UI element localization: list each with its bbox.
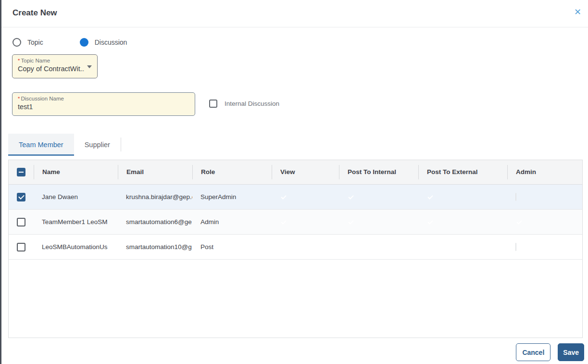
column-header-name[interactable]: Name bbox=[34, 165, 118, 179]
topic-name-select[interactable]: *Topic Name Copy of ContractWit... bbox=[12, 54, 98, 78]
cell-email: krushna.birajdar@gep.c bbox=[118, 193, 192, 201]
dialog-footer: Cancel Save bbox=[516, 343, 584, 361]
discussion-name-value: test1 bbox=[18, 103, 182, 111]
save-button[interactable]: Save bbox=[558, 343, 584, 361]
cell-role: Post bbox=[192, 243, 272, 251]
internal-discussion-label: Internal Discussion bbox=[225, 100, 279, 107]
row-checkbox-checked[interactable] bbox=[17, 193, 25, 201]
cell-email: smartautomation10@g bbox=[118, 243, 192, 251]
cell-name: LeoSMBAutomationUs bbox=[34, 243, 118, 251]
row-checkbox-unchecked[interactable] bbox=[17, 243, 25, 251]
radio-topic[interactable]: Topic bbox=[13, 38, 43, 47]
table-row[interactable]: Jane Dwaen krushna.birajdar@gep.c SuperA… bbox=[9, 185, 582, 210]
select-all-checkbox[interactable] bbox=[17, 168, 25, 176]
column-header-role[interactable]: Role bbox=[192, 165, 272, 179]
discussion-name-field[interactable]: *Discussion Name test1 bbox=[12, 92, 195, 116]
column-header-post-to-external[interactable]: Post To External bbox=[418, 165, 507, 179]
admin-checkbox-disabled-unchecked bbox=[515, 193, 516, 201]
tab-supplier[interactable]: Supplier bbox=[74, 134, 121, 155]
team-member-table: Name Email Role View Post To Internal Po… bbox=[8, 160, 583, 338]
radio-discussion-label: Discussion bbox=[95, 38, 127, 46]
radio-selected-icon bbox=[80, 38, 88, 47]
tab-bar: Team Member Supplier bbox=[8, 134, 121, 155]
chevron-down-icon bbox=[87, 65, 92, 68]
required-asterisk: * bbox=[18, 96, 20, 101]
close-icon[interactable]: ✕ bbox=[574, 7, 581, 18]
column-header-view[interactable]: View bbox=[272, 165, 339, 179]
cancel-button[interactable]: Cancel bbox=[516, 343, 550, 361]
tab-team-member[interactable]: Team Member bbox=[8, 134, 74, 155]
column-header-post-to-internal[interactable]: Post To Internal bbox=[339, 165, 418, 179]
topic-name-label: *Topic Name bbox=[18, 58, 85, 63]
discussion-name-label: *Discussion Name bbox=[18, 96, 182, 101]
cell-role: Admin bbox=[192, 218, 272, 226]
column-header-email[interactable]: Email bbox=[118, 165, 192, 179]
admin-checkbox-disabled-unchecked bbox=[515, 243, 516, 251]
topic-name-value: Copy of ContractWit... bbox=[18, 65, 85, 73]
table-row[interactable]: TeamMember1 LeoSM smartautomation6@ge Ad… bbox=[9, 210, 582, 235]
table-row[interactable]: LeoSMBAutomationUs smartautomation10@g P… bbox=[9, 235, 582, 260]
internal-discussion-checkbox[interactable]: Internal Discussion bbox=[209, 100, 279, 108]
row-checkbox-unchecked[interactable] bbox=[17, 218, 25, 226]
column-header-admin[interactable]: Admin bbox=[507, 165, 582, 179]
cell-role: SuperAdmin bbox=[192, 193, 272, 201]
checkbox-unchecked-icon bbox=[209, 100, 217, 108]
create-new-dialog: Create New ✕ Topic Discussion *Topic Nam… bbox=[0, 0, 588, 364]
cell-email: smartautomation6@ge bbox=[118, 218, 192, 226]
dialog-header: Create New ✕ bbox=[1, 0, 588, 27]
radio-unselected-icon bbox=[13, 38, 21, 47]
page-title: Create New bbox=[13, 8, 57, 18]
radio-topic-label: Topic bbox=[27, 38, 43, 46]
required-asterisk: * bbox=[18, 58, 20, 63]
cell-name: TeamMember1 LeoSM bbox=[34, 218, 118, 226]
tab-divider bbox=[121, 138, 121, 151]
radio-discussion[interactable]: Discussion bbox=[80, 38, 127, 47]
table-header-row: Name Email Role View Post To Internal Po… bbox=[9, 160, 582, 185]
cell-name: Jane Dwaen bbox=[34, 193, 118, 201]
type-selector: Topic Discussion bbox=[13, 38, 127, 47]
